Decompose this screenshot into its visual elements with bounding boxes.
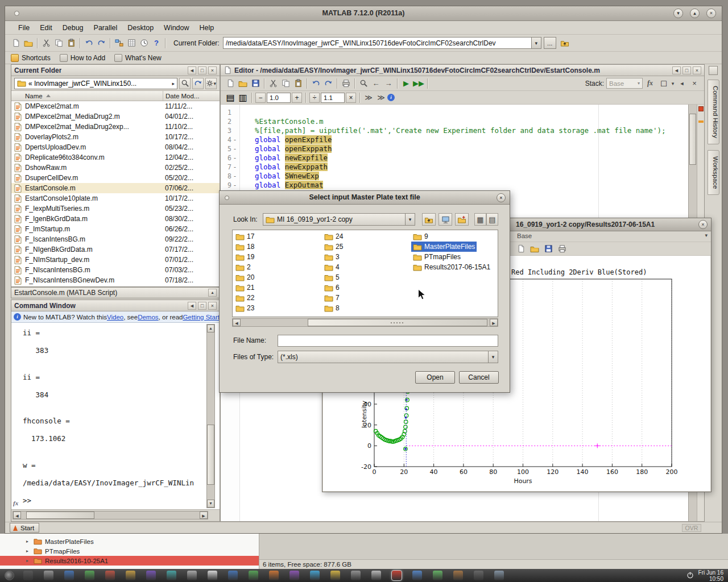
current-folder-header[interactable]: Current Folder ◄□× bbox=[11, 65, 220, 76]
maximize-icon[interactable]: □ bbox=[198, 66, 206, 74]
code-line[interactable]: %EstartConsole.m bbox=[255, 117, 704, 126]
folder-item[interactable]: 2 bbox=[234, 262, 253, 272]
up-one-level-icon[interactable] bbox=[422, 213, 436, 226]
how-to-add-link[interactable]: How to Add bbox=[71, 54, 105, 62]
guide-icon[interactable] bbox=[125, 37, 138, 49]
command-window-header[interactable]: Command Window ◄□× bbox=[11, 300, 220, 311]
scroll-track[interactable] bbox=[241, 319, 490, 326]
insert-function-icon[interactable]: fx bbox=[647, 79, 653, 88]
search-icon[interactable] bbox=[179, 78, 191, 89]
taskbar-app-icon[interactable] bbox=[474, 571, 483, 580]
dialog-close-icon[interactable]: × bbox=[497, 193, 506, 202]
taskbar-app-icon[interactable] bbox=[249, 571, 258, 580]
figure-close-icon[interactable]: × bbox=[698, 220, 708, 229]
paste-icon[interactable] bbox=[65, 37, 77, 49]
file-row[interactable]: DMPexcel2mat.m11/11/2... bbox=[11, 101, 220, 111]
menu-window[interactable]: Window bbox=[159, 22, 194, 34]
close-icon[interactable]: × bbox=[208, 66, 217, 74]
cut-icon[interactable] bbox=[40, 37, 52, 49]
file-row[interactable]: F_IgenBkGrdData.m08/30/2... bbox=[11, 214, 220, 224]
folder-item[interactable]: Results2017-06-15A1 bbox=[411, 262, 492, 272]
folder-item[interactable]: MasterPlateFiles bbox=[411, 242, 477, 252]
code-line[interactable]: global openExppath bbox=[255, 144, 704, 153]
folder-item[interactable]: 22 bbox=[234, 293, 256, 303]
folder-item[interactable]: 18 bbox=[234, 242, 256, 252]
scroll-left-icon[interactable]: ◀ bbox=[233, 319, 241, 326]
figure-stack-value[interactable]: Base bbox=[517, 232, 532, 239]
code-line[interactable]: %[file,path] = uiputfile('.mat','Create … bbox=[255, 126, 704, 135]
column-date-modified[interactable]: Date Mod... bbox=[163, 91, 220, 101]
divide-value-button[interactable]: ÷ bbox=[309, 93, 320, 103]
expander-icon[interactable]: ▸ bbox=[26, 539, 31, 544]
dialog-titlebar[interactable]: Select input Master Plate text file × bbox=[220, 191, 510, 205]
taskbar-app-icon[interactable] bbox=[105, 571, 115, 580]
view-dropdown-icon[interactable]: ▾ bbox=[670, 77, 676, 90]
folder-item[interactable]: 7 bbox=[322, 293, 341, 303]
redo-icon[interactable] bbox=[95, 37, 107, 49]
details-view-icon[interactable]: ▦ bbox=[474, 213, 486, 226]
close-icon[interactable]: × bbox=[208, 302, 217, 310]
run-advance-icon[interactable]: ▶▶ bbox=[412, 77, 425, 90]
scroll-thumb[interactable] bbox=[26, 512, 94, 519]
scroll-thumb[interactable] bbox=[207, 425, 214, 485]
taskbar-app-icon[interactable] bbox=[85, 571, 94, 580]
code-line[interactable]: global openExpfile bbox=[255, 135, 704, 144]
editor-close-icon[interactable]: × bbox=[688, 77, 701, 90]
taskbar-app-icon[interactable] bbox=[371, 571, 381, 580]
scroll-up-icon[interactable]: ▲ bbox=[207, 325, 214, 332]
eval-advance-icon[interactable]: ≫ bbox=[375, 92, 387, 104]
tab-workspace[interactable]: Workspace bbox=[708, 150, 719, 195]
console-horizontal-scrollbar[interactable]: ◀ ▶ bbox=[13, 511, 208, 519]
folder-item[interactable]: 6 bbox=[322, 282, 341, 293]
go-back-icon[interactable]: ← bbox=[370, 77, 382, 90]
open-file-icon[interactable] bbox=[22, 37, 35, 49]
titlebar[interactable]: MATLAB 7.12.0 (R2011a) ▾ ▴ × bbox=[5, 6, 722, 21]
breadcrumb-expand-icon[interactable]: ▸ bbox=[172, 81, 175, 86]
taskbar-app-icon[interactable] bbox=[126, 571, 135, 580]
undock-icon[interactable]: ◄ bbox=[672, 66, 681, 74]
combo-dropdown-icon[interactable]: ▾ bbox=[405, 214, 415, 225]
menu-desktop[interactable]: Desktop bbox=[122, 22, 159, 34]
folder-list[interactable]: 17181922021222324253456789MasterPlateFil… bbox=[232, 230, 498, 317]
start-button[interactable]: Start bbox=[10, 523, 39, 533]
taskbar-app-icon[interactable] bbox=[208, 571, 217, 580]
go-forward-icon[interactable]: → bbox=[382, 77, 395, 90]
file-row[interactable]: DMPexcel2mat_MediaDrug2exp...11/10/2... bbox=[11, 122, 220, 132]
value-input[interactable]: 1.0 bbox=[267, 93, 291, 103]
taskbar-app-icon[interactable] bbox=[412, 571, 422, 580]
find-icon[interactable] bbox=[357, 77, 370, 90]
tree-item[interactable]: ▸MasterPlateFiles bbox=[0, 537, 259, 546]
file-row[interactable]: DsuperCellDev.m05/20/2... bbox=[11, 173, 220, 183]
current-folder-combo[interactable]: ▾ bbox=[223, 37, 541, 49]
simulink-icon[interactable] bbox=[113, 37, 125, 49]
up-one-level-icon[interactable] bbox=[559, 37, 571, 49]
file-row[interactable]: DshowRaw.m02/25/2... bbox=[11, 163, 220, 173]
redo-icon[interactable] bbox=[322, 77, 334, 90]
file-row[interactable]: DReplicate96to384conv.m12/04/2... bbox=[11, 152, 220, 163]
getting-started-link[interactable]: Getting Started bbox=[183, 314, 220, 321]
folder-item[interactable]: 19 bbox=[234, 252, 256, 262]
browse-button[interactable]: ... bbox=[544, 37, 556, 49]
folder-item[interactable]: 20 bbox=[234, 272, 256, 282]
look-in-combo[interactable]: MI 16_0919_yor1-2 copy ▾ bbox=[263, 213, 415, 226]
toolbar-overflow-icon[interactable]: ▾ bbox=[705, 232, 708, 238]
code-line[interactable]: global SWnewExp bbox=[255, 172, 704, 181]
taskbar-app-icon[interactable] bbox=[64, 571, 74, 580]
multiplier-input[interactable]: 1.1 bbox=[321, 93, 345, 103]
tree-item[interactable]: ▸PTmapFiles bbox=[0, 546, 259, 556]
taskbar-app-icon[interactable] bbox=[310, 571, 320, 580]
scroll-thumb[interactable] bbox=[308, 319, 487, 326]
scroll-right-icon[interactable]: ▶ bbox=[490, 319, 498, 326]
code-line[interactable]: global newExppath bbox=[255, 163, 704, 172]
file-row[interactable]: F_NIscanIntensBG.m07/03/2... bbox=[11, 265, 220, 275]
taskbar-app-icon[interactable] bbox=[146, 571, 156, 580]
new-script-icon[interactable] bbox=[224, 77, 237, 90]
split-view-icon[interactable]: □ bbox=[657, 77, 670, 90]
command-window[interactable]: ii = 383 ii = 384 fhconsole = 173.1062 w… bbox=[11, 323, 220, 510]
list-view-icon[interactable]: ▤ bbox=[486, 213, 498, 226]
folder-item[interactable]: 4 bbox=[322, 262, 341, 272]
folder-item[interactable]: 5 bbox=[322, 272, 341, 282]
collapse-icon[interactable]: ▴ bbox=[208, 289, 217, 297]
tab-command-history[interactable]: Command History bbox=[708, 80, 719, 144]
dock-icon[interactable] bbox=[709, 66, 718, 75]
